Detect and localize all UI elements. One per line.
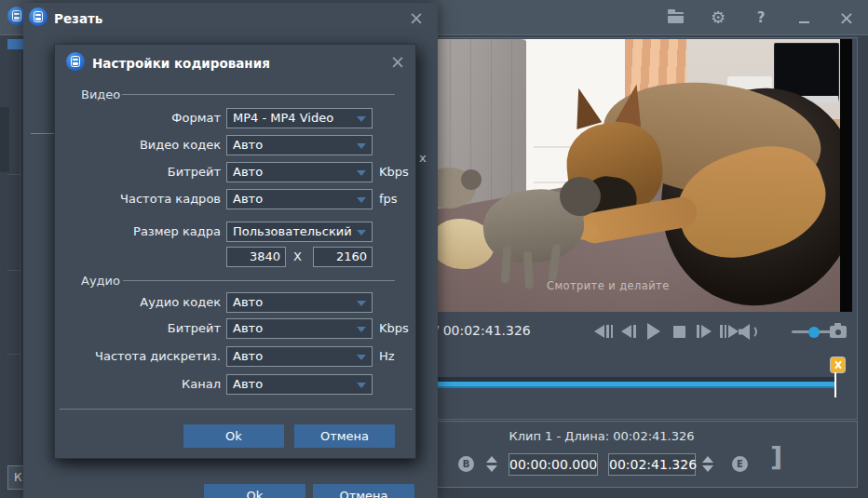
end-time-input[interactable]: 00:02:41.326: [608, 453, 696, 476]
timeline-cursor[interactable]: [834, 372, 836, 397]
video-group-label: Видео: [81, 87, 120, 101]
encoding-ok-button[interactable]: Ok: [183, 424, 284, 448]
snapshot-button[interactable]: [830, 326, 847, 338]
framerate-select[interactable]: Авто: [226, 189, 373, 209]
end-time-stepper[interactable]: [700, 453, 715, 474]
chevron-down-icon: [357, 143, 366, 149]
encoding-dialog-title: Настройки кодирования: [92, 56, 270, 71]
frame-size-values-row: 3840 X 2160: [55, 247, 417, 268]
video-preview[interactable]: Смотрите и делайте: [427, 39, 852, 312]
volume-slider[interactable]: [792, 330, 831, 333]
puppy-gray-head: [560, 177, 601, 216]
folder-icon: [668, 12, 684, 23]
cut-dialog-close-button[interactable]: ×: [405, 7, 427, 30]
chevron-down-icon: [357, 355, 366, 360]
channel-row: Канал Авто: [55, 374, 417, 396]
encoding-settings-dialog: Настройки кодирования × Видео Формат MP4…: [54, 44, 416, 459]
background-panel-cell: [0, 107, 9, 172]
dialog-app-icon: [29, 7, 47, 26]
chevron-down-icon: [357, 301, 366, 306]
settings-button[interactable]: ⚙: [708, 7, 728, 28]
stop-button[interactable]: [670, 322, 688, 341]
next-frame-button[interactable]: [720, 322, 739, 341]
chevron-down-icon: [357, 116, 366, 122]
film-frame-icon: [12, 10, 21, 21]
frame-width-input[interactable]: 3840: [226, 247, 286, 267]
prev-frame-button[interactable]: [594, 322, 613, 341]
video-bitrate-row: Битрейт Авто Kbps: [55, 162, 417, 183]
stop-icon: [673, 326, 685, 338]
background-panel-divider: [20, 52, 20, 456]
audio-group-label: Аудио: [81, 274, 120, 288]
begin-badge: B: [458, 456, 474, 472]
video-watermark: Смотрите и делайте: [547, 279, 670, 292]
cut-ok-button[interactable]: Ok: [204, 484, 305, 498]
audio-bitrate-row: Битрейт Авто Kbps: [55, 318, 417, 340]
sample-rate-row: Частота дискретиз. Авто Hz: [55, 346, 417, 368]
play-icon: [647, 323, 660, 340]
start-time-input[interactable]: 00:00:00.000: [509, 453, 598, 476]
size-separator: X: [293, 249, 302, 263]
volume-handle[interactable]: [808, 327, 820, 338]
step-forward-button[interactable]: [695, 322, 713, 341]
transport-controls: [594, 322, 739, 341]
help-icon: ?: [757, 9, 766, 26]
frame-height-input[interactable]: 2160: [313, 247, 373, 267]
cut-dialog-title: Резать: [54, 11, 102, 26]
down-arrow-icon[interactable]: [486, 465, 497, 472]
unit-label: Kbps: [379, 165, 409, 179]
down-arrow-icon[interactable]: [702, 465, 713, 472]
timeline-bar[interactable]: [427, 377, 835, 388]
format-select[interactable]: MP4 - MP4 Video: [226, 108, 373, 128]
up-arrow-icon[interactable]: [486, 456, 497, 463]
video-codec-select[interactable]: Авто: [226, 135, 373, 155]
sample-rate-select[interactable]: Авто: [226, 346, 373, 367]
audio-bitrate-select[interactable]: Авто: [226, 318, 373, 339]
application-window: ⚙ ? × К: [0, 0, 868, 498]
scissors-marker-icon[interactable]: [831, 357, 845, 372]
video-bitrate-select[interactable]: Авто: [226, 162, 373, 182]
unit-label: Kbps: [379, 321, 409, 335]
end-bracket-icon: ]: [770, 441, 782, 473]
unit-label: Hz: [379, 349, 395, 363]
end-badge: E: [732, 456, 748, 472]
chevron-down-icon: [357, 383, 366, 388]
chevron-down-icon: [357, 197, 366, 203]
chevron-down-icon: [357, 327, 366, 332]
resolution-x-fragment: x: [419, 151, 427, 165]
video-codec-row: Видео кодек Авто: [55, 135, 417, 156]
audio-codec-select[interactable]: Авто: [226, 292, 373, 313]
chevron-down-icon: [357, 170, 366, 176]
gear-icon: ⚙: [711, 9, 726, 26]
start-time-stepper[interactable]: [484, 453, 499, 474]
framerate-row: Частота кадров Авто fps: [55, 189, 417, 210]
encoding-cancel-button[interactable]: Отмена: [294, 424, 395, 448]
minimize-icon: [799, 21, 809, 23]
format-row: Формат MP4 - MP4 Video: [55, 108, 417, 129]
open-folder-button[interactable]: [665, 7, 685, 28]
background-selected-tab: [7, 39, 23, 49]
frame-size-select[interactable]: Пользовательский: [226, 222, 373, 242]
clip-length-label: Клип 1 - Длина: 00:02:41.326: [462, 429, 741, 443]
titlebar-actions: ⚙ ? ×: [665, 0, 857, 35]
close-icon: ×: [839, 7, 855, 29]
encoding-dialog-close-button[interactable]: ×: [387, 51, 409, 74]
help-button[interactable]: ?: [751, 7, 771, 28]
audio-codec-row: Аудио кодек Авто: [55, 292, 417, 314]
frame-size-row: Размер кадра Пользовательский: [55, 222, 417, 243]
close-window-button[interactable]: ×: [836, 7, 857, 28]
mute-button[interactable]: [739, 324, 761, 340]
cut-cancel-button[interactable]: Отмена: [313, 484, 414, 498]
step-back-button[interactable]: [619, 322, 638, 341]
dialog-app-icon: [66, 52, 85, 71]
play-button[interactable]: [644, 322, 663, 341]
minimize-button[interactable]: [793, 7, 814, 28]
unit-label: fps: [379, 192, 398, 206]
up-arrow-icon[interactable]: [702, 456, 713, 463]
chevron-down-icon: [357, 230, 366, 236]
channel-select[interactable]: Авто: [226, 374, 373, 395]
